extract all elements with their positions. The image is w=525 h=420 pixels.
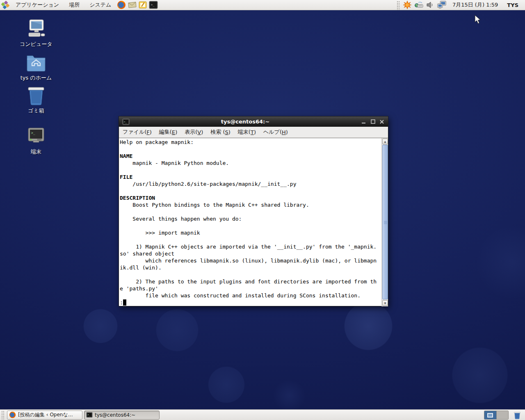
centos-menu-button[interactable] [0,0,11,10]
terminal-window: >_ tys@centos64:~ ファイル(F) 編集(E) 表示(V) 検索… [119,116,388,306]
centos-logo-icon [1,1,9,9]
terminal-line: e 'paths.py' [120,285,381,292]
desktop-icon-terminal[interactable]: >_ 端末 [16,126,56,155]
menu-view[interactable]: 表示(V) [181,127,207,138]
terminal-monitor-icon: >_ [25,126,47,147]
menu-mnemonic: F [146,129,149,135]
terminal-line: FILE [120,173,381,180]
menu-search[interactable]: 検索 (S) [207,127,234,138]
terminal-content[interactable]: Help on package mapnik: NAME mapnik - Ma… [119,138,388,306]
menu-system[interactable]: システム [84,0,116,10]
clock[interactable]: 7月15日 (月) 1:59 [448,1,502,9]
menu-label: ヘルプ( [263,128,282,136]
taskbar-button-firefox[interactable]: [投稿の編集 ‹ Openな… [7,411,82,420]
menu-help[interactable]: ヘルプ(H) [260,127,292,138]
svg-text:>_: >_ [151,3,155,7]
window-terminal-icon: >_ [122,119,130,125]
terminal-icon: >_ [86,412,93,418]
menu-applications[interactable]: アプリケーション [11,0,64,10]
network-displays-icon[interactable] [437,0,447,10]
system-tray: 7月15日 (月) 1:59 TYS [395,0,525,10]
scrollbar-thumb[interactable] [382,145,388,299]
keyboard-layout-icon[interactable] [414,0,424,10]
menu-label: ファイル( [123,128,146,136]
menu-mnemonic: T [251,129,254,135]
gedit-launcher-button[interactable] [137,0,148,10]
terminal-line: ik.dll (win). [120,264,381,271]
volume-icon[interactable] [425,0,435,10]
terminal-line: file which was constructed and installed… [120,292,381,299]
taskbar-button-terminal[interactable]: >_ tys@centos64:~ [84,411,160,420]
terminal-line: 1) Mapnik C++ objects are imported via t… [120,243,381,250]
terminal-line [120,236,381,243]
maximize-button[interactable] [368,118,377,126]
terminal-line [120,187,381,194]
menu-label: 編集( [159,128,172,136]
menu-mnemonic: E [172,129,175,135]
firefox-icon [9,411,16,418]
terminal-line: mapnik - Mapnik Python module. [120,160,381,167]
menu-terminal[interactable]: 端末(T) [234,127,260,138]
desktop-icon-trash[interactable]: ゴミ箱 [16,84,56,114]
desktop-icon-computer[interactable]: コンピュータ [16,18,56,48]
tray-drag-handle[interactable] [396,0,400,10]
menu-places[interactable]: 場所 [64,0,84,10]
menu-label: ) [150,129,152,135]
menu-edit[interactable]: 編集(E) [155,127,181,138]
terminal-line [120,271,381,278]
desktop-icon-label: コンピュータ [16,41,56,48]
window-titlebar[interactable]: >_ tys@centos64:~ [119,116,388,127]
top-panel: アプリケーション 場所 システム >_ [0,0,525,10]
workspace-2[interactable] [496,411,508,419]
email-launcher-button[interactable] [127,0,137,10]
workspace-switcher [484,411,509,420]
trash-applet-button[interactable] [512,410,523,420]
close-button[interactable] [377,118,386,126]
terminal-line: so' shared object [120,250,381,257]
terminal-pager-prompt: : [120,299,381,306]
minimize-button[interactable] [359,118,368,126]
terminal-line [120,222,381,229]
user-switcher[interactable]: TYS [504,2,522,8]
terminal-scrollbar[interactable]: ▲ ▼ [381,138,388,306]
text-editor-icon [138,0,147,9]
tasklist-drag-handle[interactable] [1,410,5,420]
mouse-cursor [475,15,481,26]
menu-label: 端末( [238,128,251,136]
menu-label: ) [228,129,231,135]
terminal-line: NAME [120,153,381,160]
terminal-line: Help on package mapnik: [120,139,381,146]
trash-icon [514,411,521,419]
firefox-launcher-button[interactable] [116,0,127,10]
terminal-line: >>> import mapnik [120,229,381,236]
email-icon [128,1,137,9]
menu-label: ) [286,129,288,135]
scroll-down-arrow-icon[interactable]: ▼ [382,300,388,306]
menu-label: ) [254,129,256,135]
terminal-line: Several things happen when you do: [120,215,381,222]
terminal-line [120,208,381,215]
desktop-icon-home[interactable]: tys のホーム [16,52,56,82]
terminal-line: Boost Python bindings to the Mapnik C++ … [120,201,381,208]
desktop-icon-label: 端末 [16,148,56,155]
menu-label: 検索 ( [210,128,225,136]
desktop-icon-label: tys のホーム [16,74,56,82]
window-title: tys@centos64:~ [131,119,359,125]
menu-file[interactable]: ファイル(F) [119,127,155,138]
menu-label: ) [201,129,203,135]
menu-label: 表示( [185,128,197,136]
terminal-text: Help on package mapnik: NAME mapnik - Ma… [120,139,381,306]
menu-mnemonic: H [282,129,286,135]
menu-label: ) [175,129,177,135]
terminal-launcher-button[interactable]: >_ [148,0,159,10]
taskbar-button-label: [投稿の編集 ‹ Openな… [18,411,73,418]
svg-text:>_: >_ [31,131,35,135]
scroll-up-arrow-icon[interactable]: ▲ [382,139,388,144]
desktop-icon-label: ゴミ箱 [16,107,56,114]
workspace-1[interactable] [484,411,496,419]
svg-text:>_: >_ [124,120,127,123]
alert-starburst-icon[interactable] [402,0,412,10]
workspace-window-thumb [487,413,493,418]
terminal-menubar: ファイル(F) 編集(E) 表示(V) 検索 (S) 端末(T) ヘルプ(H) [119,127,388,138]
terminal-line [120,167,381,173]
